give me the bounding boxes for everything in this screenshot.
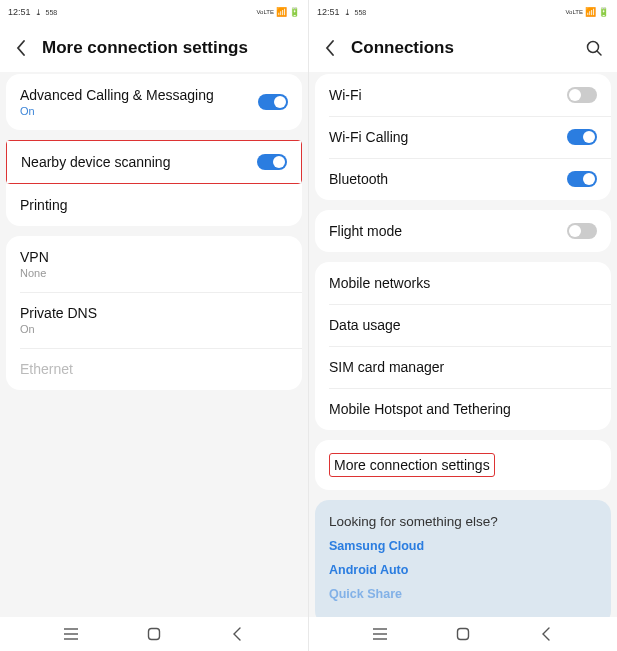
toggle-nearby-scanning[interactable] (257, 154, 287, 170)
page-title: Connections (351, 38, 454, 58)
settings-card-1b: Printing (6, 184, 302, 226)
status-volte-icon: VoLTE (256, 9, 274, 15)
row-sub: On (20, 323, 97, 335)
row-wifi[interactable]: Wi-Fi (315, 74, 611, 116)
toggle-wifi-calling[interactable] (567, 129, 597, 145)
highlight-more-settings: More connection settings (329, 453, 495, 477)
status-signal-icon: 📶 (276, 7, 287, 17)
nav-recents[interactable] (62, 625, 80, 643)
row-sub: On (20, 105, 214, 117)
nav-home[interactable] (145, 625, 163, 643)
row-label: Data usage (329, 317, 401, 333)
status-time: 12:51 (8, 7, 31, 17)
link-samsung-cloud[interactable]: Samsung Cloud (329, 539, 597, 553)
svg-rect-9 (457, 629, 468, 640)
status-net-text: 558 (46, 9, 58, 16)
phone-left: 12:51 ⤓ 558 VoLTE 📶 🔋 More connection se… (0, 0, 308, 651)
row-more-connection-settings[interactable]: More connection settings (315, 440, 611, 490)
row-bluetooth[interactable]: Bluetooth (315, 158, 611, 200)
page-title: More connection settings (42, 38, 248, 58)
row-label: SIM card manager (329, 359, 444, 375)
settings-card-3: Mobile networks Data usage SIM card mana… (315, 262, 611, 430)
status-bar: 12:51 ⤓ 558 VoLTE 📶 🔋 (309, 0, 617, 24)
row-vpn[interactable]: VPN None (6, 236, 302, 292)
settings-card-2: VPN None Private DNS On Ethernet (6, 236, 302, 390)
row-advanced-calling[interactable]: Advanced Calling & Messaging On (6, 74, 302, 130)
highlight-nearby: Nearby device scanning (6, 140, 302, 184)
row-label: Printing (20, 197, 67, 213)
toggle-flight-mode[interactable] (567, 223, 597, 239)
nav-recents[interactable] (371, 625, 389, 643)
row-label: Mobile Hotspot and Tethering (329, 401, 511, 417)
nav-back[interactable] (537, 625, 555, 643)
looking-for-card: Looking for something else? Samsung Clou… (315, 500, 611, 617)
status-time: 12:51 (317, 7, 340, 17)
search-button[interactable] (585, 39, 603, 57)
row-label: Mobile networks (329, 275, 430, 291)
status-battery-icon: 🔋 (289, 7, 300, 17)
settings-card-4: More connection settings (315, 440, 611, 490)
toggle-advanced-calling[interactable] (258, 94, 288, 110)
toggle-wifi[interactable] (567, 87, 597, 103)
row-label: Wi-Fi (329, 87, 362, 103)
row-data-usage[interactable]: Data usage (315, 304, 611, 346)
row-hotspot[interactable]: Mobile Hotspot and Tethering (315, 388, 611, 430)
back-button[interactable] (323, 41, 337, 55)
header: More connection settings (0, 24, 308, 72)
row-label: Advanced Calling & Messaging (20, 87, 214, 103)
row-private-dns[interactable]: Private DNS On (6, 292, 302, 348)
row-sim-manager[interactable]: SIM card manager (315, 346, 611, 388)
row-label: VPN (20, 249, 49, 265)
status-net-icon: ⤓ (35, 8, 42, 17)
status-volte-icon: VoLTE (565, 9, 583, 15)
phone-right: 12:51 ⤓ 558 VoLTE 📶 🔋 Connections Wi-Fi … (309, 0, 617, 651)
toggle-bluetooth[interactable] (567, 171, 597, 187)
row-flight-mode[interactable]: Flight mode (315, 210, 611, 252)
nav-back[interactable] (228, 625, 246, 643)
looking-title: Looking for something else? (329, 514, 597, 529)
row-printing[interactable]: Printing (6, 184, 302, 226)
row-label: Flight mode (329, 223, 402, 239)
svg-rect-3 (148, 629, 159, 640)
status-net-icon: ⤓ (344, 8, 351, 17)
link-android-auto[interactable]: Android Auto (329, 563, 597, 577)
settings-card-1: Wi-Fi Wi-Fi Calling Bluetooth (315, 74, 611, 200)
status-net-text: 558 (355, 9, 367, 16)
row-wifi-calling[interactable]: Wi-Fi Calling (315, 116, 611, 158)
settings-card-1: Advanced Calling & Messaging On (6, 74, 302, 130)
nav-bar (309, 617, 617, 651)
row-label: Ethernet (20, 361, 73, 377)
svg-line-5 (597, 51, 601, 55)
row-ethernet: Ethernet (6, 348, 302, 390)
row-label: Bluetooth (329, 171, 388, 187)
row-label: Wi-Fi Calling (329, 129, 408, 145)
row-nearby-scanning[interactable]: Nearby device scanning (7, 141, 301, 183)
settings-card-2: Flight mode (315, 210, 611, 252)
status-signal-icon: 📶 (585, 7, 596, 17)
row-mobile-networks[interactable]: Mobile networks (315, 262, 611, 304)
row-label: More connection settings (334, 457, 490, 473)
nav-bar (0, 617, 308, 651)
back-button[interactable] (14, 41, 28, 55)
status-battery-icon: 🔋 (598, 7, 609, 17)
content: Advanced Calling & Messaging On Nearby d… (0, 72, 308, 617)
row-sub: None (20, 267, 49, 279)
header: Connections (309, 24, 617, 72)
status-bar: 12:51 ⤓ 558 VoLTE 📶 🔋 (0, 0, 308, 24)
row-label: Private DNS (20, 305, 97, 321)
content: Wi-Fi Wi-Fi Calling Bluetooth Flight mod… (309, 72, 617, 617)
link-quick-share[interactable]: Quick Share (329, 587, 597, 601)
nav-home[interactable] (454, 625, 472, 643)
row-label: Nearby device scanning (21, 154, 170, 170)
